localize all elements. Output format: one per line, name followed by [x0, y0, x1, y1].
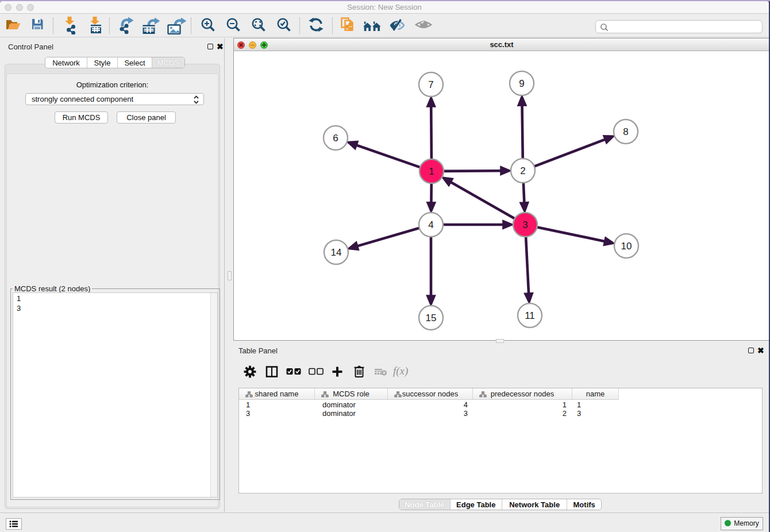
svg-text:14: 14 — [331, 247, 342, 258]
svg-text:8: 8 — [623, 126, 628, 137]
svg-text:7: 7 — [428, 79, 433, 90]
svg-text:10: 10 — [621, 241, 632, 252]
svg-text:11: 11 — [525, 310, 535, 321]
svg-text:2: 2 — [520, 165, 525, 176]
svg-text:6: 6 — [333, 133, 338, 144]
svg-text:4: 4 — [428, 219, 433, 230]
svg-text:9: 9 — [519, 78, 524, 89]
svg-text:3: 3 — [522, 219, 528, 230]
svg-text:15: 15 — [426, 313, 437, 323]
svg-text:1: 1 — [429, 166, 434, 177]
